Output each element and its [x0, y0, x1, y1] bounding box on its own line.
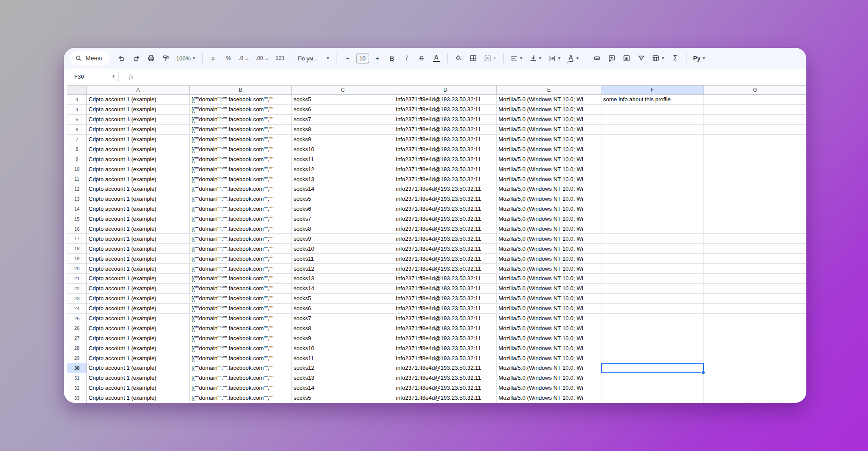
cell-D31[interactable]: info2371:ff8e4d@193.23.50.32:11 [394, 373, 497, 383]
cell-F16[interactable] [601, 224, 704, 234]
text-rotation-button[interactable]: A ▼ [565, 51, 581, 66]
strikethrough-button[interactable]: S [415, 51, 428, 66]
functions-button[interactable]: Σ [669, 51, 682, 66]
row-header-5[interactable]: 5 [67, 115, 87, 125]
cell-D32[interactable]: info2371:ff8e4d@193.23.50.32:11 [394, 383, 497, 393]
cell-C22[interactable]: socks14 [292, 284, 394, 294]
cell-F5[interactable] [601, 115, 704, 125]
cell-A33[interactable]: Cripto account 1 (example) [87, 393, 190, 403]
cell-C33[interactable]: socks5 [292, 393, 394, 403]
cell-C24[interactable]: socks6 [292, 304, 394, 314]
cell-C9[interactable]: socks11 [292, 154, 394, 164]
cell-E17[interactable]: Mozilla/5.0 (Windows NT 10.0; Wi [497, 234, 601, 244]
cell-F21[interactable] [601, 274, 704, 284]
cell-G32[interactable] [704, 383, 806, 393]
cell-A26[interactable]: Cripto account 1 (example) [87, 323, 190, 333]
cell-B10[interactable]: [{""domain"":"".facebook.com"","" [190, 164, 292, 174]
cell-D33[interactable]: info2371:ff8e4d@193.23.50.32:11 [394, 393, 497, 403]
cell-A7[interactable]: Cripto account 1 (example) [87, 135, 190, 145]
cell-F10[interactable] [601, 164, 704, 174]
cell-A25[interactable]: Cripto account 1 (example) [87, 314, 190, 324]
column-header-F[interactable]: F [601, 85, 704, 95]
cell-G13[interactable] [704, 194, 806, 204]
cell-D16[interactable]: info2371:ff8e4d@193.23.50.32:11 [394, 224, 497, 234]
cell-D10[interactable]: info2371:ff8e4d@193.23.50.32:11 [394, 164, 497, 174]
cell-E12[interactable]: Mozilla/5.0 (Windows NT 10.0; Wi [497, 184, 601, 194]
cell-F22[interactable] [601, 284, 704, 294]
cell-E10[interactable]: Mozilla/5.0 (Windows NT 10.0; Wi [497, 164, 601, 174]
insert-comment-button[interactable] [605, 51, 618, 66]
cell-F27[interactable] [601, 333, 704, 343]
text-color-button[interactable]: A [430, 51, 443, 66]
cell-E15[interactable]: Mozilla/5.0 (Windows NT 10.0; Wi [497, 214, 601, 224]
cell-D25[interactable]: info2371:ff8e4d@193.23.50.32:11 [394, 314, 497, 324]
cell-A32[interactable]: Cripto account 1 (example) [87, 383, 190, 393]
row-header-13[interactable]: 13 [67, 194, 87, 204]
cell-D13[interactable]: info2371:ff8e4d@193.23.50.32:11 [394, 194, 497, 204]
cell-F32[interactable] [601, 383, 704, 393]
cell-E33[interactable]: Mozilla/5.0 (Windows NT 10.0; Wi [497, 393, 601, 403]
cell-A4[interactable]: Cripto account 1 (example) [87, 105, 190, 115]
cell-A9[interactable]: Cripto account 1 (example) [87, 154, 190, 164]
cell-F11[interactable] [601, 174, 704, 184]
column-header-E[interactable]: E [497, 85, 601, 95]
cell-A29[interactable]: Cripto account 1 (example) [87, 353, 190, 363]
column-header-B[interactable]: B [190, 85, 292, 95]
cell-B21[interactable]: [{""domain"":"".facebook.com"","" [190, 274, 292, 284]
row-header-16[interactable]: 16 [67, 224, 87, 234]
cell-G33[interactable] [704, 393, 806, 403]
cell-B4[interactable]: [{""domain"":"".facebook.com"","" [190, 105, 292, 115]
cell-D22[interactable]: info2371:ff8e4d@193.23.50.32:11 [394, 284, 497, 294]
cell-F33[interactable] [601, 393, 704, 403]
cell-B27[interactable]: [{""domain"":"".facebook.com"","" [190, 333, 292, 343]
merge-cells-button[interactable]: ▼ [482, 51, 499, 66]
cell-F30[interactable] [601, 363, 704, 373]
row-header-32[interactable]: 32 [67, 383, 87, 393]
text-wrap-button[interactable]: ▼ [546, 51, 564, 66]
row-header-3[interactable]: 3 [67, 95, 87, 105]
undo-button[interactable] [115, 51, 128, 66]
font-size-input[interactable]: 10 [356, 53, 369, 63]
cell-C18[interactable]: socks10 [292, 244, 394, 254]
cell-D28[interactable]: info2371:ff8e4d@193.23.50.32:11 [394, 343, 497, 353]
cell-F8[interactable] [601, 144, 704, 154]
cell-F14[interactable] [601, 204, 704, 214]
row-header-9[interactable]: 9 [67, 154, 87, 164]
formula-input[interactable] [133, 69, 806, 85]
row-header-29[interactable]: 29 [67, 353, 87, 363]
cell-E19[interactable]: Mozilla/5.0 (Windows NT 10.0; Wi [497, 254, 601, 264]
row-header-23[interactable]: 23 [67, 294, 87, 304]
row-header-33[interactable]: 33 [67, 393, 87, 403]
cell-A24[interactable]: Cripto account 1 (example) [87, 304, 190, 314]
cell-E13[interactable]: Mozilla/5.0 (Windows NT 10.0; Wi [497, 194, 601, 204]
cell-F6[interactable] [601, 125, 704, 135]
decrease-font-size-button[interactable]: − [341, 51, 354, 66]
cell-A27[interactable]: Cripto account 1 (example) [87, 333, 190, 343]
cell-E31[interactable]: Mozilla/5.0 (Windows NT 10.0; Wi [497, 373, 601, 383]
cell-G25[interactable] [704, 314, 806, 324]
cell-F25[interactable] [601, 314, 704, 324]
insert-chart-button[interactable] [620, 51, 633, 66]
cell-B31[interactable]: [{""domain"":"".facebook.com"","" [190, 373, 292, 383]
cell-B29[interactable]: [{""domain"":"".facebook.com"","" [190, 353, 292, 363]
cell-F29[interactable] [601, 353, 704, 363]
cell-A11[interactable]: Cripto account 1 (example) [87, 174, 190, 184]
cell-E29[interactable]: Mozilla/5.0 (Windows NT 10.0; Wi [497, 353, 601, 363]
cell-B20[interactable]: [{""domain"":"".facebook.com"","" [190, 264, 292, 274]
cell-F23[interactable] [601, 294, 704, 304]
cell-A30[interactable]: Cripto account 1 (example) [87, 363, 190, 373]
cell-E9[interactable]: Mozilla/5.0 (Windows NT 10.0; Wi [497, 154, 601, 164]
select-all-corner[interactable] [67, 85, 87, 95]
row-header-31[interactable]: 31 [67, 373, 87, 383]
cell-F7[interactable] [601, 135, 704, 145]
cell-E16[interactable]: Mozilla/5.0 (Windows NT 10.0; Wi [497, 224, 601, 234]
cell-C15[interactable]: socks7 [292, 214, 394, 224]
cell-C14[interactable]: socks6 [292, 204, 394, 214]
cell-E6[interactable]: Mozilla/5.0 (Windows NT 10.0; Wi [497, 125, 601, 135]
cell-B7[interactable]: [{""domain"":"".facebook.com"","" [190, 135, 292, 145]
cell-B3[interactable]: [{""domain"":"".facebook.com"","" [190, 95, 292, 105]
vertical-align-button[interactable]: ▼ [527, 51, 545, 66]
cell-C25[interactable]: socks7 [292, 314, 394, 324]
cell-E30[interactable]: Mozilla/5.0 (Windows NT 10.0; Wi [497, 363, 601, 373]
cell-F28[interactable] [601, 343, 704, 353]
